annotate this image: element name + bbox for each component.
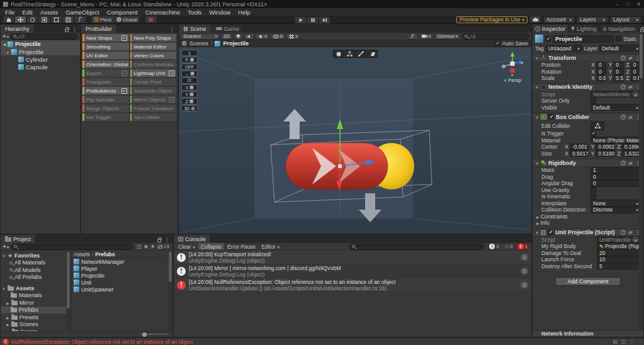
- foldout-icon[interactable]: [535, 55, 539, 61]
- tab-lighting[interactable]: Lighting: [568, 25, 600, 33]
- play-button[interactable]: [295, 16, 307, 24]
- hierarchy-item-projectile[interactable]: Projectile: [1, 48, 80, 55]
- menu-component[interactable]: Component: [103, 9, 142, 16]
- probuilder-lightmap-uvs-button[interactable]: Lightmap UVs+: [130, 69, 177, 77]
- favorites-star-icon[interactable]: ★: [150, 244, 155, 249]
- probuilder-uv-editor-button[interactable]: UV Editor: [82, 52, 129, 59]
- error-pause-button[interactable]: Error Pause: [225, 243, 258, 250]
- options-plus-icon[interactable]: +: [169, 71, 174, 76]
- menu-file[interactable]: File: [1, 9, 18, 16]
- menu-cinemachine[interactable]: Cinemachine: [142, 9, 184, 16]
- scale-y-field[interactable]: 0.5: [613, 75, 623, 82]
- tab-probuilder[interactable]: ProBuilder: [81, 25, 117, 33]
- scale-x-field[interactable]: 0.5: [596, 75, 606, 82]
- help-icon[interactable]: ?: [621, 55, 626, 60]
- global-toggle-button[interactable]: Global: [114, 16, 140, 23]
- edit-collider-button[interactable]: [590, 122, 604, 130]
- object-mode-button[interactable]: [333, 50, 344, 58]
- inspector-scrollbar[interactable]: [639, 33, 643, 330]
- favorites-foldout[interactable]: ★Favorites: [1, 252, 66, 259]
- info-count-badge[interactable]: !2: [487, 243, 500, 250]
- options-plus-icon[interactable]: +: [169, 97, 174, 103]
- face-mode-button[interactable]: [367, 50, 378, 58]
- progrids-3d-button[interactable]: 3D◍: [181, 105, 198, 111]
- scene-camera-settings-button[interactable]: [286, 33, 300, 40]
- scene-tools-button[interactable]: [408, 33, 418, 40]
- orientation-gizmo[interactable]: z x < Persp: [497, 51, 528, 83]
- progrids-snap-value-button[interactable]: 1: [181, 50, 198, 56]
- tab-scene[interactable]: Scene: [179, 25, 212, 33]
- probuilder-vertex-colors-button[interactable]: Vertex Colors: [130, 52, 177, 59]
- account-dropdown[interactable]: Account: [543, 16, 575, 23]
- menu-window[interactable]: Window: [205, 9, 234, 16]
- close-button[interactable]: ✕: [636, 1, 641, 7]
- center-x-field[interactable]: -0.0017: [570, 144, 589, 150]
- cloud-button[interactable]: [529, 16, 541, 23]
- help-icon[interactable]: ?: [621, 115, 626, 120]
- network-information-header[interactable]: Network Information: [533, 330, 643, 337]
- progrids-y-axis-button[interactable]: Y▦: [181, 91, 198, 98]
- menu-edit[interactable]: Edit: [18, 9, 36, 16]
- collab-history-icon[interactable]: ◫: [621, 339, 626, 344]
- folder-materials[interactable]: Materials: [1, 292, 66, 300]
- object-picker-icon[interactable]: ◉: [633, 91, 638, 97]
- error-count-badge[interactable]: !1: [516, 243, 529, 250]
- presets-icon[interactable]: [628, 160, 633, 166]
- progrids-push-to-grid-button[interactable]: →▦: [181, 71, 198, 77]
- probuilder-orientation-button[interactable]: Orientation: Global: [82, 60, 129, 68]
- hidden-packages-count[interactable]: 19: [157, 244, 169, 249]
- layer-dropdown[interactable]: Default: [599, 45, 641, 52]
- vertex-mode-button[interactable]: [344, 50, 355, 58]
- probuilder-material-editor-button[interactable]: Material Editor: [130, 43, 177, 50]
- console-error-entry[interactable]: ! [14:20:08] NullReferenceException: Obj…: [174, 278, 531, 292]
- probuilder-smoothing-button[interactable]: Smoothing: [82, 43, 129, 50]
- tab-game[interactable]: Game: [212, 25, 245, 33]
- probuilder-new-poly-shape-button[interactable]: New Poly Shape: [130, 34, 177, 42]
- assets-foldout[interactable]: Assets: [1, 285, 66, 292]
- minimize-button[interactable]: –: [616, 1, 618, 7]
- project-search[interactable]: [11, 244, 133, 250]
- menu-gameobject[interactable]: GameObject: [62, 9, 103, 16]
- progress-spinner-icon[interactable]: ◌: [638, 339, 641, 344]
- is-trigger-checkbox[interactable]: [590, 131, 596, 137]
- damage-to-deal-field[interactable]: 20: [597, 249, 641, 256]
- panel-menu-icon[interactable]: [164, 237, 170, 243]
- project-tree-scrollbar[interactable]: [66, 251, 71, 331]
- probuilder-flip-normals-button[interactable]: Flip Normals: [82, 96, 129, 103]
- lock-icon[interactable]: [65, 29, 69, 32]
- probuilder-merge-objects-button[interactable]: Merge Objects: [82, 105, 129, 112]
- my-rigid-body-field[interactable]: Projectile (Rigidbody)◉: [597, 243, 641, 250]
- object-picker-icon[interactable]: ◉: [633, 237, 638, 242]
- active-checkbox[interactable]: [545, 36, 551, 42]
- editor-dropdown[interactable]: Editor: [259, 243, 282, 250]
- asset-projectile[interactable]: Projectile: [71, 272, 172, 279]
- drag-field[interactable]: 0: [590, 173, 641, 180]
- server-only-checkbox[interactable]: [590, 98, 596, 104]
- progrids-follow-grid-button[interactable]: ⊡: [181, 77, 198, 84]
- rotation-x-field[interactable]: 0: [596, 68, 606, 75]
- thumbnail-zoom-slider[interactable]: [141, 334, 167, 335]
- component-enabled-checkbox[interactable]: [548, 230, 553, 235]
- probuilder-new-shape-button[interactable]: New Shape+: [82, 34, 129, 42]
- hierarchy-search-input[interactable]: [18, 33, 75, 40]
- presets-icon[interactable]: [628, 55, 633, 61]
- console-search-input[interactable]: [357, 244, 481, 250]
- foldout-icon[interactable]: [535, 114, 539, 120]
- tab-console[interactable]: Console: [174, 235, 211, 243]
- tab-hierarchy[interactable]: Hierarchy: [1, 25, 35, 33]
- network-identity-component-header[interactable]: Network Identity ?: [533, 83, 643, 91]
- box-collider-component-header[interactable]: Box Collider ?: [533, 113, 643, 121]
- constraints-foldout[interactable]: Constraints: [541, 213, 568, 220]
- mass-field[interactable]: 1: [590, 167, 641, 174]
- asset-unit[interactable]: Unit: [71, 279, 172, 286]
- probuilder-set-trigger-button[interactable]: Set Trigger: [82, 113, 129, 121]
- unit-projectile-component-header[interactable]: Unit Projectile (Script) ?: [533, 229, 643, 237]
- info-foldout[interactable]: Info: [541, 220, 550, 226]
- probuilder-set-collider-button[interactable]: Set Collider: [130, 113, 177, 121]
- create-object-button[interactable]: +: [3, 33, 9, 40]
- scene-camera-dropdown[interactable]: [419, 33, 434, 40]
- 2d-toggle-button[interactable]: 2D: [221, 33, 232, 40]
- console-log-entry[interactable]: ! [14:20:00] Mirror | mirror-networking.…: [174, 264, 531, 278]
- pivot-toggle-button[interactable]: Pivot: [91, 16, 114, 23]
- audio-toggle-button[interactable]: [244, 33, 254, 40]
